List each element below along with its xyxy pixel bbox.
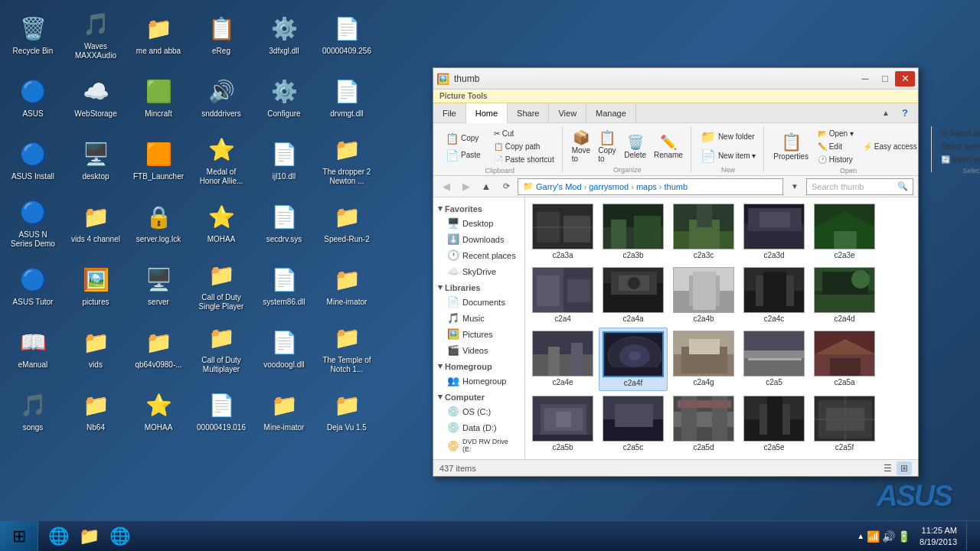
nav-data-d[interactable]: 💿Data (D:) — [433, 419, 524, 435]
desktop-icon-waves[interactable]: 🎵 WavesMAXXAudio — [67, 4, 125, 65]
file-item-c2a5b[interactable]: c2a5b — [528, 393, 597, 455]
file-item-c2a4[interactable]: c2a4 — [528, 264, 597, 326]
nav-os-c[interactable]: 💿OS (C:) — [433, 403, 524, 419]
file-item-c2a4a[interactable]: c2a4a — [599, 264, 668, 326]
desktop-icon-dropper[interactable]: 📁 The dropper 2 Newton ... — [318, 129, 376, 191]
tiles-view-button[interactable]: ⊞ — [897, 461, 912, 475]
taskbar-clock[interactable]: 11:25 AM 8/19/2013 — [915, 525, 962, 547]
desktop-icon-voodoogl[interactable]: 📄 voodoogl.dll — [255, 318, 313, 379]
file-item-c2a3e[interactable]: c2a3e — [810, 201, 879, 262]
desktop-icon-mine-imator2[interactable]: 📁 Mine-imator — [255, 380, 313, 442]
desktop-icon-mohaa2[interactable]: ⭐ MOHAA — [129, 380, 188, 442]
desktop-icon-configure[interactable]: ⚙️ Configure — [255, 67, 313, 128]
file-item-c2a3a[interactable]: c2a3a — [528, 201, 597, 262]
file-item-c2a4g[interactable]: c2a4g — [669, 328, 738, 391]
file-item-c2a5e[interactable]: c2a5e — [740, 393, 808, 455]
up-button[interactable]: ▲ — [478, 178, 495, 195]
desktop-icon-00000419[interactable]: 📄 00000419.016 — [192, 380, 250, 442]
desktop-icon-drvmgt[interactable]: 📄 drvmgt.dll — [318, 67, 376, 128]
delete-button[interactable]: 🗑️ Delete — [621, 132, 649, 161]
file-item-c2a5a[interactable]: c2a5a — [810, 328, 879, 391]
taskbar-explorer-icon[interactable]: 📁 — [75, 523, 103, 550]
tab-home[interactable]: Home — [466, 103, 508, 123]
refresh-button[interactable]: ⟳ — [498, 178, 514, 195]
desktop-icon-3dfxgl[interactable]: ⚙️ 3dfxgl.dll — [255, 4, 313, 65]
desktop-icon-vids[interactable]: 📁 vids — [67, 318, 125, 379]
open-button[interactable]: 📂 Open ▾ — [815, 128, 857, 139]
cut-button[interactable]: ✂ Cut — [491, 128, 557, 139]
nav-homegroup[interactable]: 👥Homegroup — [433, 373, 524, 389]
nav-videos[interactable]: 🎬Videos — [433, 342, 524, 358]
file-item-c2a4f[interactable]: c2a4f — [599, 328, 668, 391]
desktop-icon-system86[interactable]: 📄 system86.dll — [255, 255, 313, 316]
file-item-c2a4c[interactable]: c2a4c — [740, 264, 808, 326]
invert-selection-button[interactable]: 🔄 Invert selection — [938, 154, 980, 165]
details-view-button[interactable]: ☰ — [880, 461, 895, 475]
file-item-c2a4e[interactable]: c2a4e — [528, 328, 597, 391]
start-button[interactable]: ⊞ — [0, 521, 38, 552]
edit-button[interactable]: ✏️ Edit — [815, 141, 857, 152]
taskbar-browser-icon[interactable]: 🌐 — [106, 523, 133, 550]
file-item-c2a4d[interactable]: c2a4d — [810, 264, 879, 326]
desktop-icon-snddrivers[interactable]: 🔊 sndddrivers — [192, 67, 250, 128]
file-item-c2a5d[interactable]: c2a5d — [669, 393, 738, 455]
select-none-button[interactable]: Select none — [938, 141, 980, 152]
desktop-icon-asus-tutor[interactable]: 🔵 ASUS Tutor — [4, 255, 62, 316]
back-button[interactable]: ◀ — [438, 178, 455, 195]
desktop-icon-serverlog[interactable]: 🔒 server.log.lck — [129, 192, 188, 253]
close-button[interactable]: ✕ — [895, 71, 915, 86]
copy-path-button[interactable]: 📋 Copy path — [491, 141, 557, 152]
maximize-button[interactable]: □ — [875, 71, 895, 86]
nav-dvd-e[interactable]: 📀DVD RW Drive (E: — [433, 435, 524, 455]
ribbon-help-btn[interactable]: ? — [897, 105, 913, 122]
nav-downloads[interactable]: ⬇️Downloads — [433, 231, 524, 247]
rename-button[interactable]: ✏️ Rename — [651, 132, 686, 161]
taskbar-ie-icon[interactable]: 🌐 — [44, 523, 72, 550]
file-item-c2a3c[interactable]: c2a3c — [669, 201, 738, 262]
nav-skydrive[interactable]: ☁️SkyDrive — [433, 263, 524, 279]
desktop-icon-mohaa[interactable]: ⭐ MOHAA — [192, 192, 250, 253]
desktop-icon-qb64[interactable]: 📁 qb64v0980-... — [129, 318, 188, 379]
file-item-c2a3d[interactable]: c2a3d — [740, 201, 808, 262]
nav-pictures[interactable]: 🖼️Pictures — [433, 326, 524, 342]
tab-file[interactable]: File — [433, 103, 466, 122]
desktop-icon-cod-multi[interactable]: 📁 Call of Duty Multiplayer — [192, 318, 250, 379]
desktop-icon-webstorage[interactable]: ☁️ WebStorage — [67, 67, 125, 128]
nav-music[interactable]: 🎵Music — [433, 310, 524, 326]
new-item-button[interactable]: 📄 New item ▾ — [697, 147, 759, 165]
paste-button[interactable]: 📄Paste — [443, 148, 488, 163]
desktop-icon-deja-vu[interactable]: 📁 Deja Vu 1.5 — [318, 380, 376, 442]
nav-recent[interactable]: 🕐Recent places — [433, 247, 524, 263]
show-desktop-button[interactable] — [966, 523, 972, 550]
history-button[interactable]: 🕐 History — [815, 154, 857, 165]
path-maps[interactable]: maps — [636, 182, 657, 191]
desktop-icon-recycle-bin[interactable]: 🗑️ Recycle Bin — [4, 4, 62, 65]
file-item-c2a5c[interactable]: c2a5c — [599, 393, 668, 455]
file-item-c2a3b[interactable]: c2a3b — [599, 201, 668, 262]
desktop-icon-temple-notch[interactable]: 📁 The Temple of Notch 1... — [318, 318, 376, 379]
desktop-icon-mine-imator[interactable]: 📁 Mine-imator — [318, 255, 376, 316]
easy-access-button[interactable]: ⚡ Easy access ▾ — [860, 141, 926, 152]
address-path[interactable]: 📁 Garry's Mod › garrysmod › maps › thumb — [518, 178, 783, 195]
path-dropdown-button[interactable]: ▼ — [786, 178, 803, 195]
desktop-icon-cod-singleplayer[interactable]: 📁 Call of Duty Single Player — [192, 255, 250, 316]
desktop-icon-secdrv[interactable]: 📄 secdrv.sys — [255, 192, 313, 253]
nav-documents[interactable]: 📄Documents — [433, 294, 524, 310]
forward-button[interactable]: ▶ — [458, 178, 475, 195]
desktop-icon-server[interactable]: 🖥️ server — [129, 255, 188, 316]
path-garrysmod[interactable]: Garry's Mod — [536, 182, 582, 191]
ribbon-expand-btn[interactable]: ▲ — [877, 105, 894, 122]
desktop-icon-pictures[interactable]: 🖼️ pictures — [67, 255, 125, 316]
file-item-c2a5f[interactable]: c2a5f — [810, 393, 879, 455]
systray-arrow[interactable]: ▲ — [857, 532, 864, 540]
file-item-c2a4b[interactable]: c2a4b — [669, 264, 738, 326]
tab-manage[interactable]: Manage — [586, 103, 636, 122]
file-item-c2a5[interactable]: c2a5 — [740, 328, 808, 391]
desktop-icon-desktop[interactable]: 🖥️ desktop — [67, 129, 125, 191]
new-folder-button[interactable]: 📁 New folder — [697, 128, 758, 145]
desktop-icon-moh[interactable]: ⭐ Medal of Honor Allie... — [192, 129, 250, 191]
desktop-icon-minecraft[interactable]: 🟩 Mincraft — [129, 67, 188, 128]
paste-shortcut-button[interactable]: 📄 Paste shortcut — [491, 154, 557, 165]
move-to-button[interactable]: 📦 Move to — [569, 128, 593, 165]
copy-button[interactable]: 📋Copy — [443, 131, 488, 146]
